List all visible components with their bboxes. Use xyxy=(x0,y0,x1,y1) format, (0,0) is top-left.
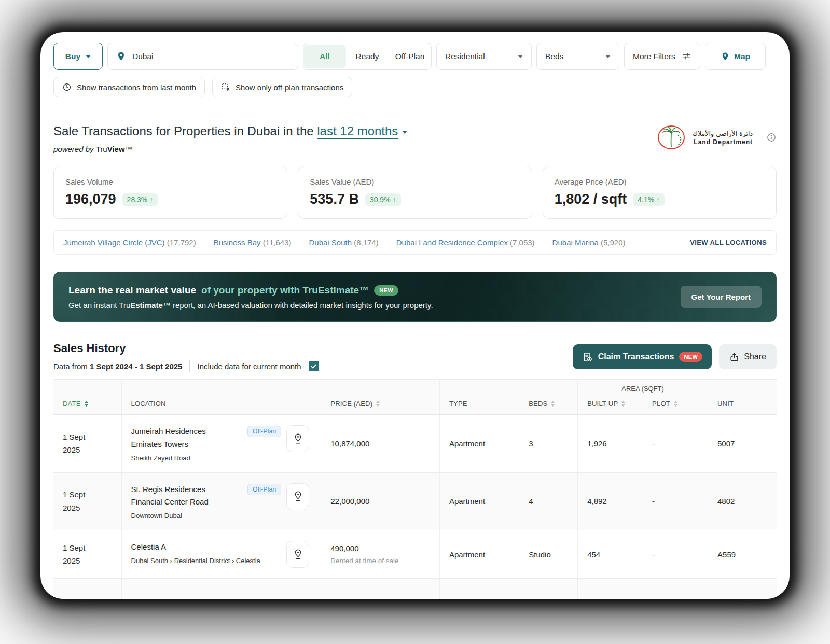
cell-price: 10,874,000 xyxy=(321,415,440,473)
offplan-badge: Off-Plan xyxy=(247,484,282,495)
property-breadcrumb: Dubai South › Residential District › Cel… xyxy=(131,557,282,565)
column-header-unit: UNIT xyxy=(708,393,777,415)
show-on-map-button[interactable] xyxy=(286,541,309,568)
tab-offplan[interactable]: Off-Plan xyxy=(389,45,431,68)
stat-value: 196,079 xyxy=(65,191,116,207)
table-row[interactable]: 1 Sept2025 St. Regis ResidencesFinancial… xyxy=(53,472,777,530)
tab-all[interactable]: All xyxy=(303,45,346,68)
cell-date: 1 Sept2025 xyxy=(53,415,121,473)
filter-bar: Buy Dubai All Ready Off-Plan Residential… xyxy=(53,43,777,70)
period-dropdown-link[interactable]: last 12 months xyxy=(317,124,398,138)
chip-offplan-only[interactable]: Show only off-plan transactions xyxy=(212,77,352,97)
data-from-text: Data from 1 Sept 2024 - 1 Sept 2025 xyxy=(53,362,182,371)
location-link-dubai-south[interactable]: Dubai South (8,174) xyxy=(309,238,379,247)
location-link-dubai-marina[interactable]: Dubai Marina (5,920) xyxy=(552,238,626,247)
stat-card-sales-volume: Sales Volume 196,079 28.3% ↑ xyxy=(53,166,287,219)
check-icon xyxy=(310,363,317,370)
chip-last-month-label: Show transactions from last month xyxy=(77,83,196,92)
claim-document-icon xyxy=(582,352,593,362)
column-header-plot[interactable]: PLOT xyxy=(643,393,708,415)
pin-drop-icon xyxy=(293,549,303,561)
sales-history-title: Sales History xyxy=(53,342,319,355)
table-row[interactable]: 1 Sept2025 Jumeirah ResidencesEmirates T… xyxy=(53,415,777,473)
location-search-input[interactable]: Dubai xyxy=(107,43,298,70)
dld-arabic-name: دائرة الأراضي والأملاك xyxy=(693,130,753,137)
cell-date: 1 Sept2025 xyxy=(53,472,121,530)
beds-dropdown[interactable]: Beds xyxy=(536,43,619,70)
sliders-icon xyxy=(682,51,691,61)
column-header-date[interactable]: DATE xyxy=(53,393,121,415)
purpose-dropdown[interactable]: Buy xyxy=(53,43,103,70)
column-header-price[interactable]: PRICE (AED) xyxy=(321,393,440,415)
stat-label: Average Price (AED) xyxy=(555,177,765,186)
column-header-type: TYPE xyxy=(439,393,519,415)
show-on-map-button[interactable] xyxy=(286,425,309,452)
sales-history-head: Sales History Data from 1 Sept 2024 - 1 … xyxy=(53,342,319,372)
sort-icon xyxy=(621,400,626,407)
location-link-business-bay[interactable]: Business Bay (11,643) xyxy=(214,238,292,247)
chevron-down-icon xyxy=(605,55,611,58)
cell-type: Apartment xyxy=(439,530,519,579)
sales-history-table: AREA (SQFT) DATE LOCATION PRICE (AED) TY… xyxy=(53,379,777,599)
include-current-month-checkbox[interactable] xyxy=(309,361,319,371)
app-window: Buy Dubai All Ready Off-Plan Residential… xyxy=(40,32,790,599)
pin-drop-icon xyxy=(293,433,303,445)
chevron-down-icon xyxy=(86,55,91,58)
get-report-button[interactable]: Get Your Report xyxy=(681,286,762,308)
claim-transactions-button[interactable]: Claim Transactions NEW xyxy=(573,344,712,369)
column-header-built-up[interactable]: BUILT-UP xyxy=(578,393,643,415)
property-subloc: Sheikh Zayed Road xyxy=(131,454,242,462)
chip-last-month[interactable]: Show transactions from last month xyxy=(53,77,205,97)
location-link-jvc[interactable]: Jumeirah Village Circle (JVC) (17,792) xyxy=(63,238,196,247)
stat-value: 1,802 / sqft xyxy=(555,191,627,207)
stat-label: Sales Value (AED) xyxy=(310,177,520,186)
divider xyxy=(189,360,190,372)
date-range: 1 Sept 2024 - 1 Sept 2025 xyxy=(90,362,182,371)
stat-card-average-price: Average Price (AED) 1,802 / sqft 4.1% ↑ xyxy=(543,166,777,219)
divider xyxy=(40,107,790,107)
cell-unit: 4802 xyxy=(708,472,777,530)
share-label: Share xyxy=(744,352,766,361)
stat-change-badge: 30.9% ↑ xyxy=(365,193,401,206)
tab-ready[interactable]: Ready xyxy=(346,45,389,68)
powered-by: powered by TruView™ xyxy=(53,145,407,153)
sort-icon xyxy=(673,400,678,407)
cell-unit: 5007 xyxy=(708,415,777,473)
cell-plot: - xyxy=(643,530,708,579)
more-filters-button[interactable]: More Filters xyxy=(624,43,700,70)
property-name: St. Regis ResidencesFinancial Center Roa… xyxy=(131,483,242,509)
cell-location: Celestia A Dubai South › Residential Dis… xyxy=(121,530,321,579)
view-all-locations-link[interactable]: VIEW ALL LOCATIONS xyxy=(690,239,767,246)
property-subloc: Downtown Dubai xyxy=(131,512,242,520)
new-badge: NEW xyxy=(679,352,702,362)
sort-icon xyxy=(84,400,89,407)
column-header-beds[interactable]: BEDS xyxy=(519,393,578,415)
map-button[interactable]: Map xyxy=(705,43,766,70)
dld-logo: دائرة الأراضي والأملاك Land Department xyxy=(657,125,753,150)
table-row[interactable]: 1 Sept2025 Celestia A Dubai South › Resi… xyxy=(53,530,777,579)
category-dropdown[interactable]: Residential xyxy=(436,43,532,70)
info-icon[interactable] xyxy=(766,132,777,143)
offplan-area-icon xyxy=(221,82,230,92)
completion-tabs: All Ready Off-Plan xyxy=(303,43,432,70)
pin-drop-icon xyxy=(293,491,303,502)
share-button[interactable]: Share xyxy=(719,344,777,369)
cell-built-up: 1,926 xyxy=(578,415,643,473)
table-row-partial xyxy=(53,579,777,599)
cell-date: 1 Sept2025 xyxy=(53,530,121,579)
property-name: Celestia A xyxy=(131,541,282,554)
cell-plot: - xyxy=(643,472,708,530)
map-pin-icon xyxy=(721,52,730,61)
map-label: Map xyxy=(734,52,750,61)
show-on-map-button[interactable] xyxy=(286,483,309,510)
location-link-dlrc[interactable]: Dubai Land Residence Complex (7,053) xyxy=(396,238,535,247)
offplan-badge: Off-Plan xyxy=(247,426,282,437)
dld-english-name: Land Department xyxy=(693,138,753,146)
banner-headline-teal: of your property with TruEstimate™ xyxy=(201,285,369,296)
clock-icon xyxy=(62,82,72,92)
page-title: Sale Transactions for Properties in Duba… xyxy=(53,124,407,138)
chip-offplan-label: Show only off-plan transactions xyxy=(236,83,343,92)
share-icon xyxy=(729,352,739,362)
cell-built-up: 4,892 xyxy=(578,472,643,530)
location-pin-icon xyxy=(116,51,126,61)
